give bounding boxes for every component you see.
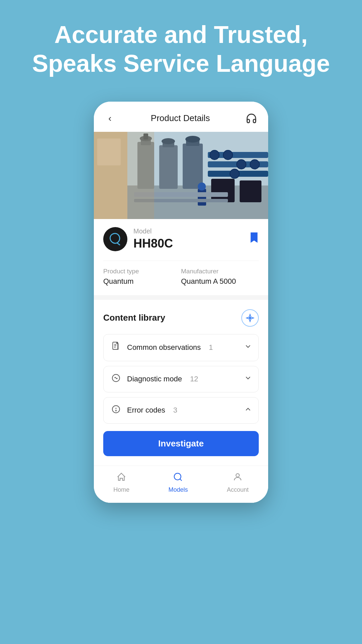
product-logo (103, 227, 127, 251)
nav-models[interactable]: Models (168, 472, 188, 493)
investigate-button[interactable]: Investigate (103, 431, 259, 456)
svg-point-25 (198, 182, 206, 191)
svg-point-38 (236, 474, 239, 477)
library-title: Content library (103, 313, 165, 323)
diagnostic-mode-label: Diagnostic mode (127, 375, 182, 383)
svg-point-21 (230, 169, 239, 178)
account-icon (233, 472, 243, 484)
models-icon (173, 472, 183, 484)
common-observations-label: Common observations (127, 343, 201, 352)
nav-home-label: Home (113, 486, 129, 493)
back-button[interactable]: ‹ (103, 113, 117, 124)
svg-point-17 (210, 150, 219, 160)
product-type-label: Product type (103, 268, 181, 275)
accordion-error-codes[interactable]: Error codes 3 (103, 397, 259, 424)
manufacturer-item: Manufacturer Quantum A 5000 (181, 268, 259, 286)
bottom-navigation: Home Models Account (94, 466, 268, 503)
svg-rect-23 (240, 180, 261, 202)
common-observations-count: 1 (209, 343, 213, 352)
svg-point-20 (250, 160, 259, 169)
model-label: Model (133, 227, 173, 235)
bookmark-icon[interactable] (249, 232, 259, 246)
manufacturer-value: Quantum A 5000 (181, 277, 259, 286)
svg-point-19 (237, 160, 246, 169)
diagnostic-mode-count: 12 (190, 375, 198, 383)
svg-rect-11 (183, 144, 203, 189)
nav-home[interactable]: Home (113, 472, 129, 493)
model-name: HH80C (133, 236, 173, 251)
nav-models-label: Models (168, 486, 188, 493)
svg-rect-28 (94, 132, 154, 219)
app-header: ‹ Product Details (94, 102, 268, 132)
document-icon (110, 342, 122, 354)
error-codes-count: 3 (173, 406, 177, 415)
support-button[interactable] (244, 111, 259, 126)
error-codes-label: Error codes (127, 406, 165, 415)
manufacturer-label: Manufacturer (181, 268, 259, 275)
svg-line-37 (180, 479, 182, 481)
phone-shell: ‹ Product Details (94, 102, 268, 503)
svg-point-35 (116, 410, 116, 411)
svg-point-10 (162, 138, 175, 144)
chevron-down-icon-2 (244, 374, 252, 384)
ai-button[interactable] (241, 309, 259, 327)
product-image (94, 132, 268, 219)
error-icon (110, 405, 122, 416)
svg-point-13 (185, 136, 200, 143)
nav-account[interactable]: Account (227, 472, 249, 493)
svg-rect-22 (211, 179, 235, 202)
chevron-down-icon (244, 343, 252, 352)
chevron-up-icon (244, 406, 252, 415)
svg-point-36 (174, 473, 181, 480)
nav-account-label: Account (227, 486, 249, 493)
svg-rect-24 (198, 189, 206, 206)
page-title: Product Details (151, 113, 210, 123)
product-info-section: Model HH80C Product type Quantum Manufac… (94, 219, 268, 295)
content-library-section: Content library (94, 300, 268, 466)
svg-point-18 (223, 150, 233, 160)
hero-title: Accurate and Trusted, Speaks Service Lan… (0, 20, 362, 78)
svg-rect-8 (159, 145, 178, 189)
product-type-value: Quantum (103, 277, 181, 286)
home-icon (116, 472, 126, 484)
diagnostic-icon (110, 374, 122, 385)
product-type-item: Product type Quantum (103, 268, 181, 286)
accordion-common-observations[interactable]: Common observations 1 (103, 334, 259, 361)
accordion-diagnostic-mode[interactable]: Diagnostic mode 12 (103, 366, 259, 392)
svg-point-30 (249, 317, 251, 319)
